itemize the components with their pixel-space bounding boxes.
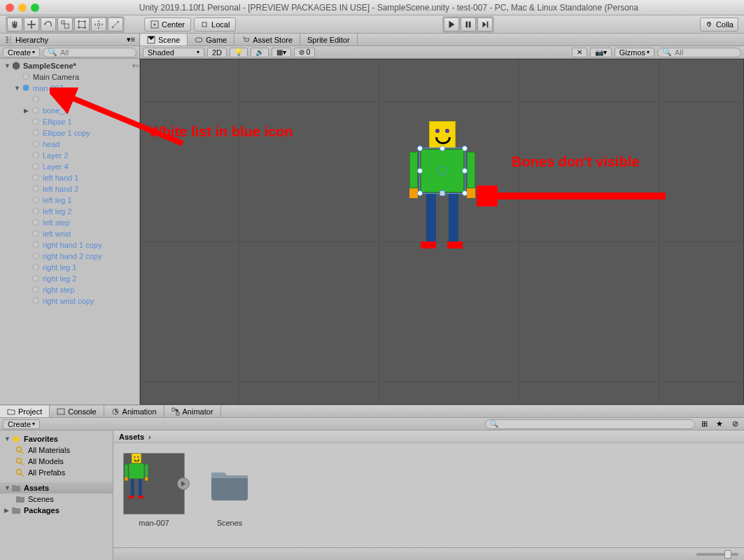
breadcrumb-assets[interactable]: Assets [119,433,144,441]
rect-tool-button[interactable] [74,18,90,31]
hierarchy-item[interactable]: right step [0,284,139,295]
hierarchy-item[interactable]: right leg 2 [0,273,139,284]
scene-viewport[interactable]: White list in blue icon Bones don't visi… [140,59,744,405]
step-button[interactable] [477,18,493,31]
svg-point-3 [78,20,80,22]
tab-sprite-editor[interactable]: Sprite Editor [300,34,358,46]
resize-handle[interactable] [440,190,445,196]
hierarchy-item[interactable]: Layer 2 [0,150,139,161]
search-icon [15,457,25,465]
tab-asset-store[interactable]: Asset Store [234,34,300,46]
scene-shading-dropdown[interactable]: Shaded▾ [143,48,204,57]
tab-console[interactable]: Console [50,405,104,417]
svg-rect-13 [486,21,488,27]
scene-lighting-toggle[interactable]: 💡 [230,48,248,57]
pivot-center-button[interactable]: Center [144,18,191,31]
hierarchy-item[interactable]: left hand 2 [0,183,139,195]
hierarchy-item[interactable]: right hand 1 copy [0,239,139,251]
window-controls[interactable] [6,4,39,12]
hierarchy-item[interactable]: left hand 1 [0,172,139,183]
gameobject-icon [31,229,41,239]
svg-rect-18 [57,409,64,414]
hierarchy-item[interactable]: left step [0,217,139,228]
scale-tool-button[interactable] [57,18,73,31]
custom-tool-button[interactable] [108,18,123,31]
resize-handle[interactable] [462,190,468,196]
hierarchy-scene-row[interactable]: ▼SampleScene*▾≡ [0,60,139,71]
svg-rect-12 [469,21,471,27]
pivot-local-button[interactable]: Local [194,18,236,31]
hierarchy-item[interactable]: head [0,139,139,150]
close-icon[interactable] [6,4,14,12]
tab-game[interactable]: Game [188,34,234,46]
tab-animation[interactable]: Animation [104,405,164,417]
resize-handle[interactable] [462,146,468,151]
play-button[interactable] [444,18,459,31]
collab-button[interactable]: Colla [700,18,738,31]
hierarchy-search-input[interactable]: 🔍All [43,48,136,57]
gameobject-icon [31,139,41,149]
panel-menu-icon[interactable]: ▾≡ [127,35,135,44]
hierarchy-item[interactable]: right hand 2 copy [0,251,139,262]
project-hidden-icon[interactable]: ⊘ [729,419,741,428]
hierarchy-item[interactable]: ▶bone_1 [0,105,139,116]
window-title: Unity 2019.1.10f1 Personal - [PREVIEW PA… [39,3,738,13]
asset-thumbnail-man[interactable]: man-007 [123,453,185,527]
resize-handle[interactable] [440,146,445,151]
scene-camera-button[interactable]: 📷▾ [590,48,612,57]
scene-tools-button[interactable]: ✕ [572,48,587,57]
project-filter-icon[interactable]: ⊞ [698,419,710,428]
project-favorite-icon[interactable]: ★ [713,419,726,428]
thumbnail-size-slider[interactable] [696,553,738,556]
project-tree[interactable]: ▼Favorites All MaterialsAll ModelsAll Pr… [0,430,113,560]
hierarchy-tree[interactable]: ▼SampleScene*▾≡Main Camera▼man-007▶bone_… [0,59,139,405]
hierarchy-tab-label: Hierarchy [15,36,48,44]
hand-tool-button[interactable] [7,18,22,31]
hierarchy-item[interactable]: Main Camera [0,71,139,83]
svg-rect-21 [176,412,179,415]
tab-scene[interactable]: Scene [140,34,188,46]
resize-handle[interactable] [417,146,423,151]
favorite-item[interactable]: All Prefabs [0,467,113,478]
asset-thumbnail-scenes[interactable]: Scenes [199,453,260,527]
asset-folder-item[interactable]: Scenes [0,493,113,505]
scene-hidden-toggle[interactable]: ⊘ 0 [294,48,315,57]
scene-gizmos-dropdown[interactable]: Gizmos▾ [615,48,654,57]
hierarchy-item[interactable]: Ellipse 1 copy [0,127,139,139]
hierarchy-item[interactable]: left leg 2 [0,206,139,217]
resize-handle[interactable] [462,168,468,174]
rotate-tool-button[interactable] [41,18,56,31]
tab-animator[interactable]: Animator [164,405,221,417]
resize-handle[interactable] [417,168,423,174]
gameobject-icon [31,162,41,172]
scene-2d-toggle[interactable]: 2D [207,48,227,57]
resize-handle[interactable] [417,190,423,196]
svg-point-7 [97,23,100,26]
selection-box[interactable] [419,148,465,194]
project-search-input[interactable]: 🔍 [485,419,695,429]
hierarchy-item[interactable]: Layer 4 [0,161,139,172]
hierarchy-item[interactable] [0,94,139,105]
unity-icon [11,61,21,71]
hierarchy-item[interactable]: ▼man-007 [0,83,139,94]
tab-project[interactable]: Project [0,405,50,417]
maximize-icon[interactable] [31,4,39,12]
hierarchy-item[interactable]: left wrist [0,228,139,239]
hierarchy-item[interactable]: right leg 1 [0,262,139,273]
hierarchy-item[interactable]: right wrist copy [0,295,139,307]
pause-button[interactable] [461,18,476,31]
favorite-item[interactable]: All Models [0,456,113,467]
scene-audio-toggle[interactable]: 🔊 [251,48,269,57]
minimize-icon[interactable] [18,4,27,12]
project-create-dropdown[interactable]: Create▾ [3,419,40,429]
transform-tool-button[interactable] [91,18,106,31]
animation-icon [111,407,120,416]
hierarchy-item[interactable]: Ellipse 1 [0,116,139,127]
scene-fx-toggle[interactable]: ▦▾ [272,48,291,57]
move-tool-button[interactable] [24,18,39,31]
hierarchy-item[interactable]: left leg 1 [0,195,139,206]
favorite-item[interactable]: All Materials [0,444,113,456]
hierarchy-create-dropdown[interactable]: Create▾ [3,48,40,57]
scene-search-input[interactable]: 🔍All [657,48,741,57]
svg-point-23 [17,458,22,463]
